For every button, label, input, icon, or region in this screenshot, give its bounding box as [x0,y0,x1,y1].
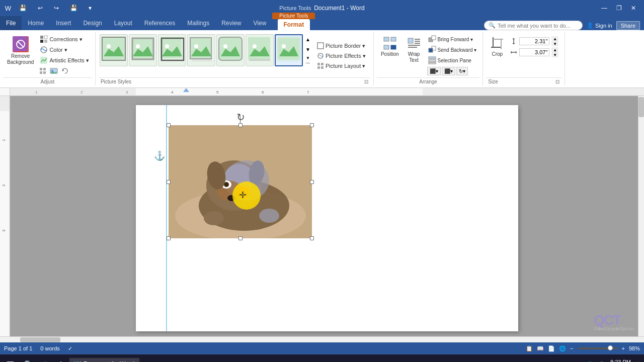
tab-mailings[interactable]: Mailings [181,16,215,30]
bring-forward-btn[interactable]: Bring Forward ▾ [426,34,479,44]
sign-in-btn[interactable]: 👤 Sign in [587,22,612,29]
handle-top-middle[interactable] [238,123,243,127]
style-scroll-btns: ▲ ▼ ▼— [304,34,312,66]
picture-layout-btn[interactable]: Picture Layout ▾ [314,61,369,70]
width-up-btn[interactable]: ▲ [551,47,558,52]
restore-btn[interactable]: ❐ [612,3,626,14]
zoom-in-btn[interactable]: + [622,345,625,351]
word-taskbar-icon: W [74,360,81,362]
redo-btn[interactable]: ↪ [50,3,63,14]
size-inputs: 2.31" ▲ ▼ 3.07" ▲ ▼ [508,34,560,59]
zoom-slider[interactable] [578,347,618,349]
position-btn[interactable]: Position [378,34,402,59]
zoom-out-btn[interactable]: − [570,345,573,351]
send-backward-btn[interactable]: Send Backward ▾ [426,45,479,55]
print-layout-icon[interactable]: 📄 [548,345,555,352]
scroll-down-btn[interactable]: ▼ [304,44,312,54]
scroll-thumb-v[interactable] [638,97,644,117]
compress-pictures-btn[interactable] [38,66,48,77]
tell-me-input[interactable] [498,23,578,29]
svg-point-21 [165,44,169,48]
style-thumb-2[interactable] [129,34,157,66]
tell-me-box[interactable]: 🔍 [484,21,583,30]
handle-middle-left[interactable] [167,180,171,184]
crop-btn[interactable]: Crop [487,34,507,59]
tab-references[interactable]: References [138,16,181,30]
wrap-text-label: WrapText [408,51,420,63]
image-container[interactable]: ↻ [169,125,312,238]
remove-background-btn[interactable]: RemoveBackground [4,34,37,67]
tab-format[interactable]: Format [278,19,310,30]
style-thumb-3[interactable] [158,34,186,66]
clock[interactable]: 8:23 PM 8/27/2017 [609,359,631,363]
wrap-text-btn[interactable]: WrapText [404,34,424,65]
web-view-icon[interactable]: 🌐 [559,345,566,352]
handle-middle-right[interactable] [310,180,314,184]
quick-save-btn[interactable]: 💾 [15,3,31,14]
selection-pane-btn[interactable]: Selection Pane [426,55,479,65]
group-btn[interactable]: ⬛▾ [442,67,455,75]
save2-btn[interactable]: 💾 [66,3,82,14]
tab-layout[interactable]: Layout [108,16,138,30]
reset-picture-btn[interactable] [60,66,70,77]
svg-point-96 [204,211,224,225]
picture-border-btn[interactable]: Picture Border ▾ [314,41,369,50]
start-btn[interactable]: ⊞ [2,357,19,362]
handle-top-right[interactable] [310,123,314,127]
notes-icon[interactable]: 📋 [526,345,533,352]
tab-insert[interactable]: Insert [50,16,77,30]
word-taskbar-btn[interactable]: W Document1 - Word [69,358,139,362]
word-count: 0 words [40,345,60,351]
share-btn[interactable]: Share [616,21,640,30]
style-thumb-1[interactable] [100,34,128,66]
tab-home[interactable]: Home [22,16,50,30]
height-input[interactable]: 2.31" [519,37,549,45]
search-btn[interactable]: 🔍 [20,359,38,363]
minimize-btn[interactable]: — [597,3,611,14]
close-btn[interactable]: ✕ [627,3,640,14]
corrections-btn[interactable]: Corrections ▾ [38,34,91,44]
tab-design[interactable]: Design [77,16,108,30]
style-thumb-4[interactable] [187,34,215,66]
handle-top-left[interactable] [167,123,171,127]
picture-styles-expand[interactable]: ⊡ [364,79,368,84]
svg-rect-77 [423,88,644,96]
tab-review[interactable]: Review [215,16,247,30]
picture-effects-btn[interactable]: Picture Effects ▾ [314,51,369,60]
style-thumb-5[interactable] [216,34,245,66]
width-input[interactable]: 3.07" [519,48,549,56]
scroll-thumb-h[interactable] [20,337,60,342]
tab-view[interactable]: View [248,16,273,30]
customize-btn[interactable]: ▾ [85,3,96,14]
handle-bottom-right[interactable] [310,236,314,240]
width-down-btn[interactable]: ▼ [551,52,558,57]
handle-bottom-middle[interactable] [238,236,243,240]
tab-file[interactable]: File [0,16,22,30]
style-thumb-7[interactable] [275,34,303,66]
zoom-thumb[interactable] [608,345,613,350]
scroll-more-btn[interactable]: ▼— [304,54,312,66]
scroll-up-btn[interactable]: ▲ [304,34,312,44]
rotate-handle[interactable]: ↻ [236,111,245,123]
color-btn[interactable]: Color ▾ [38,45,91,55]
artistic-effects-btn[interactable]: Artistic Effects ▾ [38,55,91,65]
edge-btn[interactable]: ⬡ [53,359,68,363]
height-down-btn[interactable]: ▼ [551,41,558,46]
rotate-btn[interactable]: ↻▾ [456,67,468,75]
align-btn[interactable]: ⬛▾ [427,67,441,75]
size-expand[interactable]: ⊡ [555,79,559,84]
scrollbar-vertical[interactable] [638,96,644,336]
svg-rect-53 [429,57,436,59]
task-view-btn[interactable]: ⧉ [39,359,52,362]
height-up-btn[interactable]: ▲ [551,36,558,41]
ribbon: File Home Insert Design Layout Reference… [0,16,644,88]
time: 8:23 PM [609,359,631,363]
proofing-icon[interactable]: ✓ [68,345,72,352]
change-picture-btn[interactable] [49,66,59,77]
scrollbar-horizontal[interactable] [10,337,644,342]
undo-btn[interactable]: ↩ [34,3,47,14]
read-mode-icon[interactable]: 📖 [537,345,544,352]
zoom-level[interactable]: 98% [629,345,640,351]
style-thumb-6[interactable] [246,34,274,66]
handle-bottom-left[interactable] [167,236,171,240]
